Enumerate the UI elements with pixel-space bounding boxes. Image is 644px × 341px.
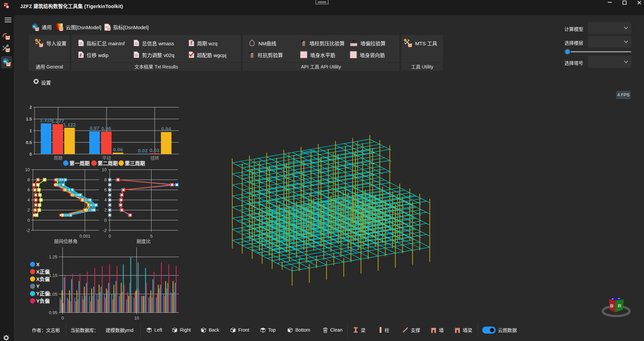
svg-text:B: B xyxy=(610,303,614,309)
svg-text:R: R xyxy=(617,303,621,309)
